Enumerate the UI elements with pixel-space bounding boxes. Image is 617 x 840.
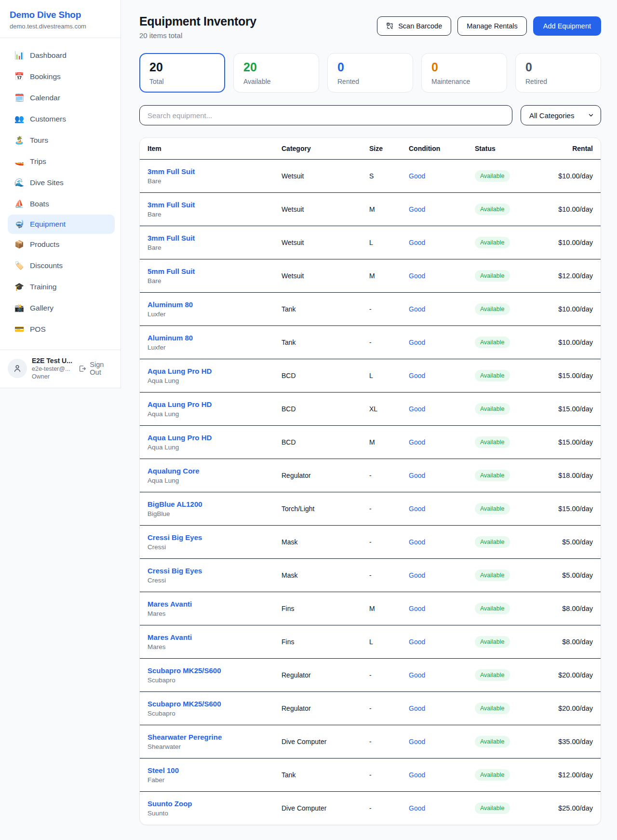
condition-link[interactable]: Good <box>409 538 475 546</box>
stat-card-maintenance[interactable]: 0Maintenance <box>421 53 507 93</box>
item-link[interactable]: Aluminum 80 <box>148 300 282 309</box>
category-select[interactable]: All Categories <box>521 105 601 125</box>
brand-title[interactable]: Demo Dive Shop <box>10 10 111 20</box>
cell-status: Available <box>475 303 547 315</box>
item-link[interactable]: 3mm Full Suit <box>148 234 282 242</box>
cell-item: Aqua Lung Pro HDAqua Lung <box>148 367 282 384</box>
sidebar-item-training[interactable]: 🎓Training <box>0 276 121 298</box>
stat-card-available[interactable]: 20Available <box>233 53 319 93</box>
status-badge: Available <box>475 569 510 581</box>
condition-link[interactable]: Good <box>409 438 475 446</box>
cell-category: Fins <box>282 605 369 612</box>
condition-link[interactable]: Good <box>409 405 475 413</box>
condition-link[interactable]: Good <box>409 472 475 479</box>
sidebar-item-bookings[interactable]: 📅Bookings <box>0 66 121 87</box>
item-link[interactable]: Aqualung Core <box>148 467 282 475</box>
condition-link[interactable]: Good <box>409 571 475 579</box>
item-link[interactable]: Mares Avanti <box>148 600 282 608</box>
cell-size: - <box>369 671 409 679</box>
sidebar-item-products[interactable]: 📦Products <box>0 234 121 255</box>
sidebar-item-discounts[interactable]: 🏷️Discounts <box>0 255 121 276</box>
cell-category: Dive Computer <box>282 804 369 812</box>
table-row: Mares AvantiMaresFinsLGoodAvailable$8.00… <box>140 625 601 658</box>
condition-link[interactable]: Good <box>409 205 475 213</box>
cell-size: - <box>369 705 409 712</box>
item-link[interactable]: Aqua Lung Pro HD <box>148 367 282 375</box>
sidebar-item-dive-sites[interactable]: 🌊Dive Sites <box>0 172 121 193</box>
sidebar-item-dashboard[interactable]: 📊Dashboard <box>0 45 121 66</box>
manage-rentals-button[interactable]: Manage Rentals <box>457 16 527 36</box>
item-link[interactable]: Aluminum 80 <box>148 334 282 342</box>
stat-card-total[interactable]: 20Total <box>139 53 225 93</box>
stat-card-retired[interactable]: 0Retired <box>515 53 601 93</box>
sidebar-item-gallery[interactable]: 📸Gallery <box>0 298 121 319</box>
condition-link[interactable]: Good <box>409 505 475 513</box>
item-link[interactable]: Aqua Lung Pro HD <box>148 400 282 408</box>
item-link[interactable]: Cressi Big Eyes <box>148 567 282 575</box>
condition-link[interactable]: Good <box>409 705 475 712</box>
item-link[interactable]: Cressi Big Eyes <box>148 533 282 542</box>
sidebar-item-trips[interactable]: 🚤Trips <box>0 151 121 172</box>
item-link[interactable]: Scubapro MK25/S600 <box>148 700 282 708</box>
sidebar-item-customers[interactable]: 👥Customers <box>0 108 121 130</box>
condition-link[interactable]: Good <box>409 339 475 346</box>
cell-rental: $20.00/day <box>547 671 593 679</box>
cell-category: Regulator <box>282 705 369 712</box>
item-link[interactable]: Scubapro MK25/S600 <box>148 666 282 675</box>
cell-status: Available <box>475 669 547 681</box>
condition-link[interactable]: Good <box>409 671 475 679</box>
sidebar-item-pos[interactable]: 💳POS <box>0 319 121 340</box>
cell-item: 3mm Full SuitBare <box>148 201 282 218</box>
item-link[interactable]: Mares Avanti <box>148 633 282 641</box>
pos-icon: 💳 <box>14 325 24 333</box>
condition-link[interactable]: Good <box>409 272 475 280</box>
condition-link[interactable]: Good <box>409 172 475 180</box>
item-link[interactable]: 3mm Full Suit <box>148 201 282 209</box>
item-brand: Shearwater <box>148 743 282 750</box>
table-row: Cressi Big EyesCressiMask-GoodAvailable$… <box>140 558 601 592</box>
stats-row: 20Total20Available0Rented0Maintenance0Re… <box>139 53 601 93</box>
condition-link[interactable]: Good <box>409 305 475 313</box>
sidebar-item-equipment[interactable]: 🤿Equipment <box>8 215 115 234</box>
sidebar-item-boats[interactable]: ⛵Boats <box>0 193 121 215</box>
customers-icon: 👥 <box>14 115 24 123</box>
condition-link[interactable]: Good <box>409 372 475 379</box>
item-link[interactable]: 3mm Full Suit <box>148 167 282 176</box>
search-input[interactable] <box>139 105 512 125</box>
item-link[interactable]: Steel 100 <box>148 766 282 774</box>
sidebar-item-tours[interactable]: 🏝️Tours <box>0 130 121 151</box>
item-link[interactable]: BigBlue AL1200 <box>148 500 282 508</box>
cell-rental: $12.00/day <box>547 771 593 779</box>
cell-status: Available <box>475 203 547 215</box>
item-link[interactable]: Aqua Lung Pro HD <box>148 434 282 442</box>
add-equipment-button[interactable]: Add Equipment <box>533 16 601 36</box>
status-badge: Available <box>475 170 510 182</box>
item-link[interactable]: Shearwater Peregrine <box>148 733 282 741</box>
sign-out-button[interactable]: Sign Out <box>78 361 114 376</box>
cell-status: Available <box>475 636 547 648</box>
cell-size: S <box>369 172 409 180</box>
table-row: Aqua Lung Pro HDAqua LungBCDMGoodAvailab… <box>140 425 601 459</box>
condition-link[interactable]: Good <box>409 239 475 246</box>
boats-icon: ⛵ <box>14 200 24 208</box>
table-row: 3mm Full SuitBareWetsuitSGoodAvailable$1… <box>140 159 601 192</box>
item-link[interactable]: 5mm Full Suit <box>148 267 282 275</box>
cell-rental: $15.00/day <box>547 405 593 413</box>
condition-link[interactable]: Good <box>409 771 475 779</box>
cell-rental: $8.00/day <box>547 638 593 646</box>
cell-rental: $15.00/day <box>547 505 593 513</box>
cell-rental: $8.00/day <box>547 605 593 612</box>
stat-card-rented[interactable]: 0Rented <box>327 53 413 93</box>
condition-link[interactable]: Good <box>409 738 475 745</box>
scan-barcode-button[interactable]: Scan Barcode <box>377 16 451 36</box>
page-title: Equipment Inventory <box>139 14 256 28</box>
condition-link[interactable]: Good <box>409 638 475 646</box>
sidebar-item-calendar[interactable]: 🗓️Calendar <box>0 87 121 108</box>
status-badge: Available <box>475 669 510 681</box>
table-row: Scubapro MK25/S600ScubaproRegulator-Good… <box>140 691 601 725</box>
item-brand: Mares <box>148 643 282 650</box>
condition-link[interactable]: Good <box>409 804 475 812</box>
item-link[interactable]: Suunto Zoop <box>148 799 282 808</box>
condition-link[interactable]: Good <box>409 605 475 612</box>
cell-category: Tank <box>282 339 369 346</box>
